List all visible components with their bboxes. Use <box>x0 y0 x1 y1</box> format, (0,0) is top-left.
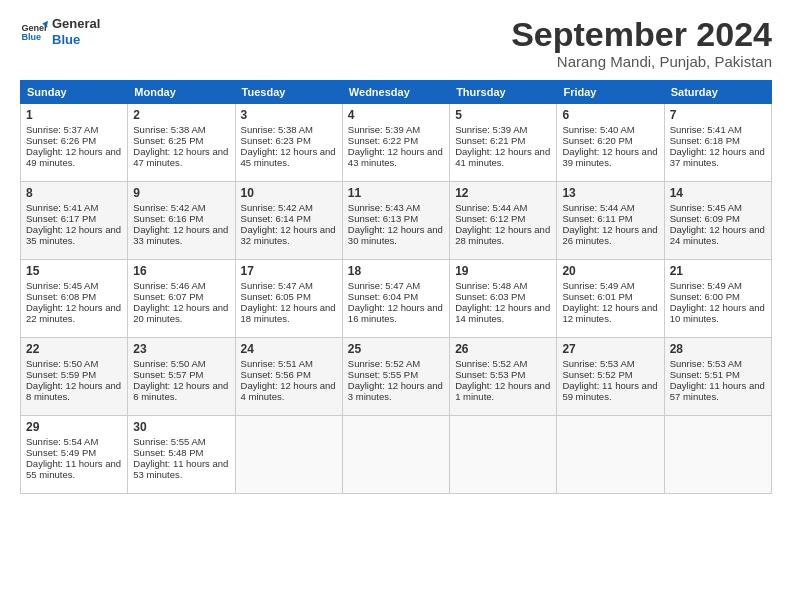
day-number: 4 <box>348 108 444 122</box>
daylight: Daylight: 12 hours and 35 minutes. <box>26 224 121 246</box>
day-number: 26 <box>455 342 551 356</box>
daylight: Daylight: 12 hours and 26 minutes. <box>562 224 657 246</box>
calendar-cell: 15Sunrise: 5:45 AMSunset: 6:08 PMDayligh… <box>21 260 128 338</box>
sunset: Sunset: 5:51 PM <box>670 369 740 380</box>
sunrise: Sunrise: 5:45 AM <box>26 280 98 291</box>
sunset: Sunset: 6:05 PM <box>241 291 311 302</box>
sunrise: Sunrise: 5:51 AM <box>241 358 313 369</box>
logo: General Blue General Blue <box>20 16 100 47</box>
sunrise: Sunrise: 5:43 AM <box>348 202 420 213</box>
day-number: 21 <box>670 264 766 278</box>
day-number: 30 <box>133 420 229 434</box>
sunrise: Sunrise: 5:47 AM <box>348 280 420 291</box>
day-number: 13 <box>562 186 658 200</box>
col-header-thursday: Thursday <box>450 81 557 104</box>
calendar-cell: 30Sunrise: 5:55 AMSunset: 5:48 PMDayligh… <box>128 416 235 494</box>
sunrise: Sunrise: 5:44 AM <box>455 202 527 213</box>
day-number: 7 <box>670 108 766 122</box>
sunset: Sunset: 6:08 PM <box>26 291 96 302</box>
calendar-cell: 1Sunrise: 5:37 AMSunset: 6:26 PMDaylight… <box>21 104 128 182</box>
daylight: Daylight: 12 hours and 22 minutes. <box>26 302 121 324</box>
sunset: Sunset: 6:16 PM <box>133 213 203 224</box>
calendar-cell: 19Sunrise: 5:48 AMSunset: 6:03 PMDayligh… <box>450 260 557 338</box>
sunrise: Sunrise: 5:49 AM <box>562 280 634 291</box>
sunset: Sunset: 5:57 PM <box>133 369 203 380</box>
day-number: 24 <box>241 342 337 356</box>
calendar-table: SundayMondayTuesdayWednesdayThursdayFrid… <box>20 80 772 494</box>
calendar-cell: 28Sunrise: 5:53 AMSunset: 5:51 PMDayligh… <box>664 338 771 416</box>
daylight: Daylight: 12 hours and 8 minutes. <box>26 380 121 402</box>
sunset: Sunset: 6:12 PM <box>455 213 525 224</box>
calendar-cell: 12Sunrise: 5:44 AMSunset: 6:12 PMDayligh… <box>450 182 557 260</box>
calendar-header-row: SundayMondayTuesdayWednesdayThursdayFrid… <box>21 81 772 104</box>
sunrise: Sunrise: 5:47 AM <box>241 280 313 291</box>
sunset: Sunset: 6:03 PM <box>455 291 525 302</box>
sunrise: Sunrise: 5:39 AM <box>455 124 527 135</box>
day-number: 5 <box>455 108 551 122</box>
sunrise: Sunrise: 5:41 AM <box>26 202 98 213</box>
calendar-cell <box>664 416 771 494</box>
calendar-cell: 8Sunrise: 5:41 AMSunset: 6:17 PMDaylight… <box>21 182 128 260</box>
daylight: Daylight: 12 hours and 20 minutes. <box>133 302 228 324</box>
sunrise: Sunrise: 5:38 AM <box>241 124 313 135</box>
daylight: Daylight: 12 hours and 6 minutes. <box>133 380 228 402</box>
calendar-cell: 20Sunrise: 5:49 AMSunset: 6:01 PMDayligh… <box>557 260 664 338</box>
day-number: 15 <box>26 264 122 278</box>
calendar-cell: 7Sunrise: 5:41 AMSunset: 6:18 PMDaylight… <box>664 104 771 182</box>
calendar-cell: 21Sunrise: 5:49 AMSunset: 6:00 PMDayligh… <box>664 260 771 338</box>
col-header-saturday: Saturday <box>664 81 771 104</box>
day-number: 2 <box>133 108 229 122</box>
col-header-wednesday: Wednesday <box>342 81 449 104</box>
day-number: 25 <box>348 342 444 356</box>
calendar-week-5: 29Sunrise: 5:54 AMSunset: 5:49 PMDayligh… <box>21 416 772 494</box>
daylight: Daylight: 12 hours and 32 minutes. <box>241 224 336 246</box>
sunrise: Sunrise: 5:38 AM <box>133 124 205 135</box>
daylight: Daylight: 12 hours and 33 minutes. <box>133 224 228 246</box>
header: General Blue General Blue September 2024… <box>20 16 772 70</box>
daylight: Daylight: 12 hours and 4 minutes. <box>241 380 336 402</box>
sunrise: Sunrise: 5:50 AM <box>133 358 205 369</box>
sunset: Sunset: 6:23 PM <box>241 135 311 146</box>
sunrise: Sunrise: 5:52 AM <box>348 358 420 369</box>
daylight: Daylight: 12 hours and 24 minutes. <box>670 224 765 246</box>
sunset: Sunset: 6:00 PM <box>670 291 740 302</box>
calendar-cell: 10Sunrise: 5:42 AMSunset: 6:14 PMDayligh… <box>235 182 342 260</box>
day-number: 22 <box>26 342 122 356</box>
calendar-cell: 6Sunrise: 5:40 AMSunset: 6:20 PMDaylight… <box>557 104 664 182</box>
day-number: 6 <box>562 108 658 122</box>
daylight: Daylight: 12 hours and 3 minutes. <box>348 380 443 402</box>
calendar-week-2: 8Sunrise: 5:41 AMSunset: 6:17 PMDaylight… <box>21 182 772 260</box>
daylight: Daylight: 12 hours and 47 minutes. <box>133 146 228 168</box>
calendar-cell: 23Sunrise: 5:50 AMSunset: 5:57 PMDayligh… <box>128 338 235 416</box>
daylight: Daylight: 12 hours and 1 minute. <box>455 380 550 402</box>
sunset: Sunset: 6:14 PM <box>241 213 311 224</box>
sunset: Sunset: 6:11 PM <box>562 213 632 224</box>
daylight: Daylight: 12 hours and 18 minutes. <box>241 302 336 324</box>
daylight: Daylight: 12 hours and 39 minutes. <box>562 146 657 168</box>
calendar-cell: 26Sunrise: 5:52 AMSunset: 5:53 PMDayligh… <box>450 338 557 416</box>
day-number: 28 <box>670 342 766 356</box>
calendar-cell <box>557 416 664 494</box>
daylight: Daylight: 12 hours and 37 minutes. <box>670 146 765 168</box>
sunset: Sunset: 6:20 PM <box>562 135 632 146</box>
calendar-cell: 13Sunrise: 5:44 AMSunset: 6:11 PMDayligh… <box>557 182 664 260</box>
day-number: 10 <box>241 186 337 200</box>
sunset: Sunset: 5:52 PM <box>562 369 632 380</box>
calendar-cell <box>450 416 557 494</box>
sunrise: Sunrise: 5:42 AM <box>133 202 205 213</box>
day-number: 27 <box>562 342 658 356</box>
logo-icon: General Blue <box>20 18 48 46</box>
logo-blue: Blue <box>52 32 100 48</box>
day-number: 18 <box>348 264 444 278</box>
day-number: 8 <box>26 186 122 200</box>
sunset: Sunset: 5:56 PM <box>241 369 311 380</box>
sunset: Sunset: 6:22 PM <box>348 135 418 146</box>
sunrise: Sunrise: 5:37 AM <box>26 124 98 135</box>
sunset: Sunset: 6:18 PM <box>670 135 740 146</box>
calendar-cell: 18Sunrise: 5:47 AMSunset: 6:04 PMDayligh… <box>342 260 449 338</box>
calendar-cell: 2Sunrise: 5:38 AMSunset: 6:25 PMDaylight… <box>128 104 235 182</box>
calendar-cell: 27Sunrise: 5:53 AMSunset: 5:52 PMDayligh… <box>557 338 664 416</box>
calendar-week-3: 15Sunrise: 5:45 AMSunset: 6:08 PMDayligh… <box>21 260 772 338</box>
sunrise: Sunrise: 5:39 AM <box>348 124 420 135</box>
daylight: Daylight: 12 hours and 30 minutes. <box>348 224 443 246</box>
